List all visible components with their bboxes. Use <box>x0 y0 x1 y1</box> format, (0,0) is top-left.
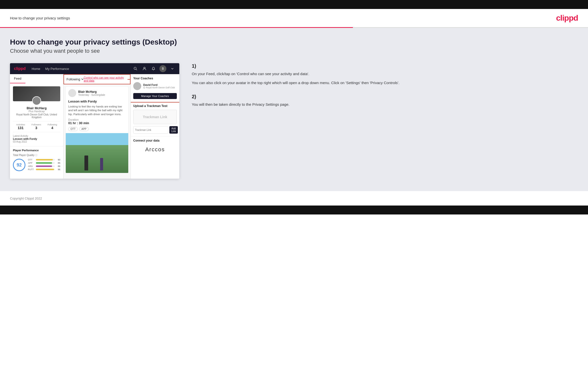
stat-following: Following 4 <box>48 123 57 130</box>
post-image <box>66 133 128 173</box>
bar-app: APP 85 <box>28 162 60 164</box>
instruction-1: 1) On your Feed, click/tap on 'Control w… <box>192 63 578 86</box>
footer: Copyright Clippd 2022 <box>0 191 588 206</box>
page-subheading: Choose what you want people to see <box>10 48 578 54</box>
trackman-title: Upload a Trackman Test <box>133 104 177 108</box>
profile-card: Blair McHarg Plus Handicap Royal North D… <box>10 83 63 146</box>
coach-item: David Ford Royal North Devon Golf Club <box>133 82 177 90</box>
clippd-logo: clippd <box>556 13 578 23</box>
pp-body: 92 OTT 90 APP 85 <box>13 158 60 171</box>
app-nav-icons: B <box>132 65 175 72</box>
bottom-bar <box>0 206 588 214</box>
svg-point-2 <box>144 67 145 69</box>
copyright: Copyright Clippd 2022 <box>10 197 42 200</box>
right-panel: Your Coaches David Ford Royal North Devo… <box>131 74 179 179</box>
instruction-2: 2) You will then be taken directly to th… <box>192 94 578 107</box>
post-tags: OTT APP <box>66 127 128 133</box>
app-screenshot: clippd Home My Performance <box>10 63 179 179</box>
header: How to change your privacy settings clip… <box>0 9 588 27</box>
latest-activity-label: Latest Activity <box>13 135 60 137</box>
post-author-name: Blair McHarg <box>78 90 105 94</box>
tag-app: APP <box>79 127 89 131</box>
bar-putt: PUTT 96 <box>28 168 60 171</box>
pp-quality-label: Total Player Quality ⓘ <box>13 154 60 157</box>
following-bar-wrapper: Following Control who can see your activ… <box>64 74 131 84</box>
pp-bars: OTT 90 APP 85 ARG <box>28 158 60 171</box>
trackman-link-placeholder: Trackman Link <box>133 110 177 124</box>
instructions-panel: 1) On your Feed, click/tap on 'Control w… <box>189 63 578 115</box>
nav-item-performance[interactable]: My Performance <box>45 67 69 71</box>
arccos-brand: Arccos <box>133 144 177 155</box>
feed-tab[interactable]: Feed <box>10 74 25 83</box>
post-author-avatar <box>68 89 76 97</box>
content-area: clippd Home My Performance <box>10 63 578 179</box>
post-header: Blair McHarg Yesterday · Sunningdale <box>66 87 128 100</box>
profile-avatar <box>32 96 41 105</box>
top-bar <box>0 0 588 9</box>
post-duration: Duration 01 hr : 30 min <box>66 118 128 127</box>
trackman-input-row: Add Link <box>133 126 177 134</box>
profile-stats: Activities 131 Followers 3 Following 4 <box>13 121 60 132</box>
latest-activity-date: 03 Aug 2022 <box>13 140 60 143</box>
bar-ott: OTT 90 <box>28 158 60 161</box>
chevron-down-icon[interactable] <box>169 66 175 72</box>
post-card: Blair McHarg Yesterday · Sunningdale Les… <box>65 86 129 173</box>
instruction-1-para-2: You can also click on your avatar in the… <box>192 80 578 86</box>
middle-panel: Following Control who can see your activ… <box>64 74 131 179</box>
svg-point-3 <box>143 87 145 88</box>
coaches-section-title: Your Coaches <box>133 77 177 80</box>
person-icon[interactable] <box>141 66 147 72</box>
left-panel: Feed Blair McHarg Plus Handicap Royal No… <box>10 74 64 179</box>
nav-item-home[interactable]: Home <box>32 67 40 71</box>
trackman-add-button[interactable]: Add Link <box>169 126 178 134</box>
user-avatar-nav[interactable]: B <box>159 65 166 72</box>
instruction-2-number: 2) <box>192 94 578 100</box>
app-nav-logo: clippd <box>14 66 26 71</box>
coach-avatar <box>133 82 141 90</box>
connect-title: Connect your data <box>133 139 177 142</box>
stat-activities: Activities 131 <box>16 123 25 130</box>
trackman-link-input[interactable] <box>133 126 168 134</box>
trackman-section: Upload a Trackman Test Trackman Link Add… <box>131 102 179 136</box>
page-heading: How to change your privacy settings (Des… <box>10 38 578 46</box>
profile-name: Blair McHarg <box>13 106 60 110</box>
app-body: Feed Blair McHarg Plus Handicap Royal No… <box>10 74 179 179</box>
privacy-link[interactable]: Control who can see your activity and da… <box>84 76 128 82</box>
main-content: How to change your privacy settings (Des… <box>0 28 588 191</box>
browser-tab-title: How to change your privacy settings <box>10 16 70 20</box>
instruction-2-para-1: You will then be taken directly to the P… <box>192 102 578 107</box>
post-description: Looking to feel like my hands are exitin… <box>66 105 128 118</box>
stat-followers: Followers 3 <box>31 123 41 130</box>
coaches-section: Your Coaches David Ford Royal North Devo… <box>131 74 179 102</box>
pp-title: Player Performance <box>13 149 60 152</box>
post-meta: Yesterday · Sunningdale <box>78 94 105 96</box>
instruction-1-para-1: On your Feed, click/tap on 'Control who … <box>192 71 578 77</box>
svg-line-1 <box>136 69 137 70</box>
arrow-indicator: ◄ <box>128 77 131 81</box>
manage-coaches-button[interactable]: Manage Your Coaches <box>133 93 177 99</box>
coach-name: David Ford <box>143 83 175 86</box>
svg-point-0 <box>134 67 136 69</box>
pp-score-circle: 92 <box>13 159 25 171</box>
tag-ott: OTT <box>68 127 78 131</box>
bell-icon[interactable] <box>150 66 156 72</box>
instruction-1-number: 1) <box>192 63 578 69</box>
bar-arg: ARG 86 <box>28 165 60 167</box>
app-nav: clippd Home My Performance <box>10 63 179 74</box>
profile-handicap: Plus Handicap <box>13 110 60 113</box>
search-icon[interactable] <box>132 66 138 72</box>
following-bar: Following Control who can see your activ… <box>64 74 131 84</box>
connect-section: Connect your data Arccos <box>131 136 179 157</box>
following-button[interactable]: Following <box>66 77 84 81</box>
coach-club: Royal North Devon Golf Club <box>143 86 175 89</box>
post-title: Lesson with Fordy <box>66 100 128 105</box>
profile-banner <box>13 86 60 101</box>
profile-club: Royal North Devon Golf Club, United King… <box>13 113 60 119</box>
player-performance: Player Performance Total Player Quality … <box>10 146 63 174</box>
latest-activity-title: Lesson with Fordy <box>13 137 60 140</box>
